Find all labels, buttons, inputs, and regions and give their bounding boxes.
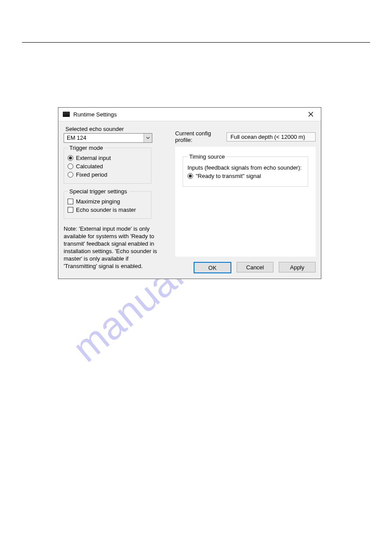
- combo-dropdown-button[interactable]: [144, 134, 152, 142]
- left-column: Selected echo sounder EM 124 Trigger mod…: [64, 124, 165, 273]
- profile-row: Current config profile: Full ocean depth…: [175, 130, 316, 143]
- radio-icon: [68, 172, 73, 178]
- close-button[interactable]: [304, 108, 317, 121]
- right-column: Current config profile: Full ocean depth…: [175, 124, 316, 273]
- trigger-option-external[interactable]: External input: [68, 155, 147, 161]
- checkbox-icon: [68, 207, 73, 213]
- trigger-option-calculated[interactable]: Calculated: [68, 163, 147, 170]
- radio-label: Calculated: [76, 163, 103, 170]
- timing-source-group: Timing source Inputs (feedback signals f…: [183, 153, 308, 187]
- profile-value-box[interactable]: Full ocean depth (< 12000 m): [227, 132, 316, 141]
- dialog-button-row: OK Cancel Apply: [175, 262, 316, 273]
- runtime-settings-dialog: Runtime Settings Selected echo sounder E…: [58, 107, 321, 279]
- cancel-button[interactable]: Cancel: [237, 262, 273, 272]
- trigger-mode-group: Trigger mode External input Calculated F…: [64, 145, 151, 184]
- trigger-mode-legend: Trigger mode: [68, 145, 105, 151]
- dialog-titlebar: Runtime Settings: [58, 108, 321, 121]
- special-option-maximize[interactable]: Maximize pinging: [68, 198, 147, 205]
- apply-button[interactable]: Apply: [279, 262, 316, 272]
- radio-icon: [68, 155, 73, 161]
- note-text: Note: 'External input mode' is only avai…: [64, 225, 160, 270]
- selected-sounder-value: EM 124: [64, 134, 144, 142]
- timing-source-legend: Timing source: [187, 153, 227, 160]
- app-icon: [63, 112, 70, 117]
- radio-icon: [68, 163, 73, 169]
- special-trigger-legend: Special trigger settings: [68, 188, 129, 195]
- dialog-body: Selected echo sounder EM 124 Trigger mod…: [58, 121, 321, 279]
- trigger-option-fixed[interactable]: Fixed period: [68, 171, 147, 178]
- radio-label: "Ready to transmit" signal: [196, 173, 261, 179]
- radio-label: External input: [76, 155, 111, 161]
- right-panel: Timing source Inputs (feedback signals f…: [175, 147, 316, 257]
- selected-sounder-label: Selected echo sounder: [65, 126, 165, 132]
- inputs-label: Inputs (feedback signals from echo sound…: [187, 164, 303, 171]
- profile-label: Current config profile:: [175, 130, 222, 143]
- special-option-master[interactable]: Echo sounder is master: [68, 207, 147, 213]
- dialog-title: Runtime Settings: [73, 111, 304, 118]
- checkbox-icon: [68, 199, 73, 204]
- radio-icon: [187, 173, 193, 179]
- page-top-rule: [22, 42, 370, 43]
- selected-sounder-combo[interactable]: EM 124: [64, 133, 152, 143]
- chevron-down-icon: [146, 137, 150, 139]
- checkbox-label: Maximize pinging: [76, 198, 120, 205]
- ok-button[interactable]: OK: [194, 262, 231, 273]
- timing-option-ready[interactable]: "Ready to transmit" signal: [187, 173, 303, 179]
- radio-label: Fixed period: [76, 171, 108, 178]
- checkbox-label: Echo sounder is master: [76, 207, 136, 213]
- special-trigger-group: Special trigger settings Maximize pingin…: [64, 188, 151, 219]
- close-icon: [308, 112, 313, 117]
